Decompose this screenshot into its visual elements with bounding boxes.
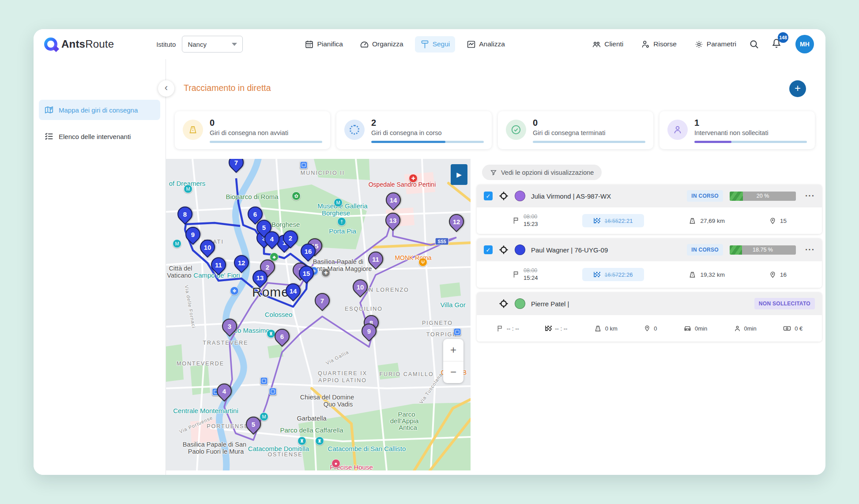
org-select-value: Nancy — [188, 41, 207, 48]
map-marker-purple-6[interactable]: 6 — [271, 326, 293, 347]
map-marker-purple-3[interactable]: 3 — [219, 316, 240, 337]
display-options-button[interactable]: Vedi le opzioni di visualizzazione — [482, 165, 602, 180]
search-button[interactable] — [749, 39, 759, 49]
map-label: PORTUENSE — [207, 423, 249, 429]
stat-label: Intervenanti non sollecitati — [694, 129, 807, 136]
driver-header[interactable]: Paul Wagner | 76-UYG-09 IN CORSO 18.75 %… — [477, 238, 822, 261]
map-expand-button[interactable]: ▶ — [451, 164, 467, 185]
back-button[interactable]: ‹ — [158, 80, 174, 97]
stat-card-terminati: 0 Giri di consegna terminati — [498, 111, 653, 149]
driver-card-pierre: Pierre Patel | NON SOLLECITATO -- : -- -… — [477, 292, 822, 342]
map-marker-blue-9[interactable]: 9 — [182, 224, 203, 245]
stops-metric: 0 — [644, 324, 657, 332]
driver-header[interactable]: Julia Virmond | AS-987-WX IN CORSO 20 % … — [477, 184, 822, 207]
map-marker-purple-10[interactable]: 10 — [350, 276, 371, 297]
transit-icon — [269, 388, 277, 395]
notification-badge: 148 — [778, 32, 788, 43]
map-marker-purple-14[interactable]: 14 — [383, 189, 404, 211]
gauge-icon — [360, 40, 369, 49]
map-icon — [44, 105, 54, 115]
sidebar: Mappa dei giri di consegna Elenco delle … — [34, 59, 166, 475]
map-poi-icon: ● — [332, 459, 340, 468]
map-label: ESQUILINO — [345, 306, 383, 312]
brand-logo-text: AntsRoute — [61, 38, 114, 50]
flag-icon — [496, 324, 504, 333]
map-marker-blue-10[interactable]: 10 — [197, 237, 218, 258]
locate-target-icon[interactable] — [498, 298, 509, 309]
person-icon — [667, 120, 688, 140]
map-label: Via delle Fornaci — [184, 285, 197, 328]
chevron-down-icon — [232, 43, 237, 46]
map-label: Ospedale Sandro Pertini — [369, 181, 436, 188]
sidebar-item-elenco[interactable]: Elenco delle intervenanti — [39, 126, 160, 147]
service-time-metric: 0min — [734, 325, 757, 332]
org-selector-group: Istituto Nancy — [156, 36, 243, 53]
stops-metric: 15 — [769, 217, 787, 225]
driver-header[interactable]: Pierre Patel | NON SOLLECITATO — [477, 292, 822, 315]
more-menu-button[interactable]: ··· — [805, 191, 815, 201]
map-marker-purple-4[interactable]: 4 — [214, 380, 235, 402]
page-title: Tracciamento in diretta — [184, 83, 271, 93]
locate-target-icon[interactable] — [498, 191, 509, 201]
add-button[interactable]: + — [789, 80, 806, 97]
nav-parametri[interactable]: Parametri — [689, 36, 742, 53]
org-label: Istituto — [156, 41, 176, 48]
org-select[interactable]: Nancy — [182, 36, 243, 53]
avatar[interactable]: MH — [795, 35, 814, 53]
map-marker-purple-11[interactable]: 11 — [365, 248, 386, 270]
tracking-panel: Vedi le opzioni di visualizzazione Julia… — [477, 159, 822, 475]
chart-icon — [467, 40, 476, 49]
map-marker-purple-12[interactable]: 12 — [446, 211, 467, 232]
map-label: Catacombe Domitilla — [248, 445, 309, 452]
map-label: TRASTEVERE — [203, 340, 248, 346]
map-marker-blue-14[interactable]: 14 — [283, 280, 304, 301]
map-marker-blue-11[interactable]: 11 — [208, 254, 229, 275]
map-marker-blue-12[interactable]: 12 — [231, 252, 252, 273]
brand-logo[interactable]: AntsRoute — [44, 38, 114, 51]
map-poi-icon: M — [334, 198, 343, 207]
stat-label: Giri di consegna in corso — [371, 129, 484, 136]
transit-icon — [300, 162, 308, 169]
map-label: APPIO LATINO — [318, 377, 367, 384]
driver-avatar — [515, 244, 525, 255]
map-poi-icon: M — [260, 412, 268, 421]
map-label: dell'Appia — [390, 417, 419, 425]
nav-right: Clienti Risorse Parametri 148 MH — [587, 35, 814, 53]
more-menu-button[interactable]: ··· — [805, 245, 815, 255]
map-marker-purple-7[interactable]: 7 — [312, 290, 333, 311]
map-label: Parco — [398, 410, 415, 418]
map-label: Basilica Papale di San — [183, 441, 246, 448]
nav-risorse[interactable]: Risorse — [636, 36, 682, 53]
driver-checkbox[interactable] — [484, 192, 493, 200]
map-marker-blue-8[interactable]: 8 — [174, 203, 196, 225]
zoom-out-button[interactable]: − — [443, 361, 463, 384]
banknote-icon — [783, 324, 791, 333]
gear-icon — [694, 40, 704, 49]
map-label: Centrale Montemartini — [173, 407, 238, 414]
route-icon — [183, 120, 203, 140]
map-poi-icon: ♜ — [315, 436, 324, 445]
map-label: PIGNETO — [422, 320, 453, 326]
tab-pianifica[interactable]: Pianifica — [299, 36, 348, 53]
tab-organizza[interactable]: Organizza — [354, 36, 409, 53]
tab-segui[interactable]: Segui — [415, 36, 456, 53]
sidebar-item-mappa[interactable]: Mappa dei giri di consegna — [39, 100, 160, 120]
notifications-button[interactable]: 148 — [771, 38, 782, 51]
zoom-in-button[interactable]: + — [443, 339, 463, 361]
map-marker-purple-13[interactable]: 13 — [382, 210, 403, 231]
locate-target-icon[interactable] — [498, 244, 509, 255]
driver-detail-row: 08:0015:23 16:5522:21 27,69 km 15 — [477, 207, 822, 234]
tab-analizza[interactable]: Analizza — [461, 36, 510, 53]
distance-metric: 27,69 km — [688, 217, 725, 225]
driver-checkbox[interactable] — [484, 245, 493, 254]
nav-clienti[interactable]: Clienti — [587, 36, 629, 53]
map-poi-icon: ❖ — [230, 286, 239, 295]
map-marker-blue-7[interactable]: 7 — [226, 159, 247, 173]
map[interactable]: of DreamersMUNICIPIO IIOspedale Sandro P… — [166, 159, 471, 470]
navbar: AntsRoute Istituto Nancy Pianifica Organ… — [34, 29, 825, 59]
finish-flag-icon — [594, 272, 600, 277]
driver-avatar — [515, 191, 525, 201]
road-icon — [688, 271, 697, 279]
driver-detail-row: -- : -- -- : -- 0 km 0 0min — [477, 315, 822, 342]
map-label: Porta Pia — [329, 227, 356, 235]
